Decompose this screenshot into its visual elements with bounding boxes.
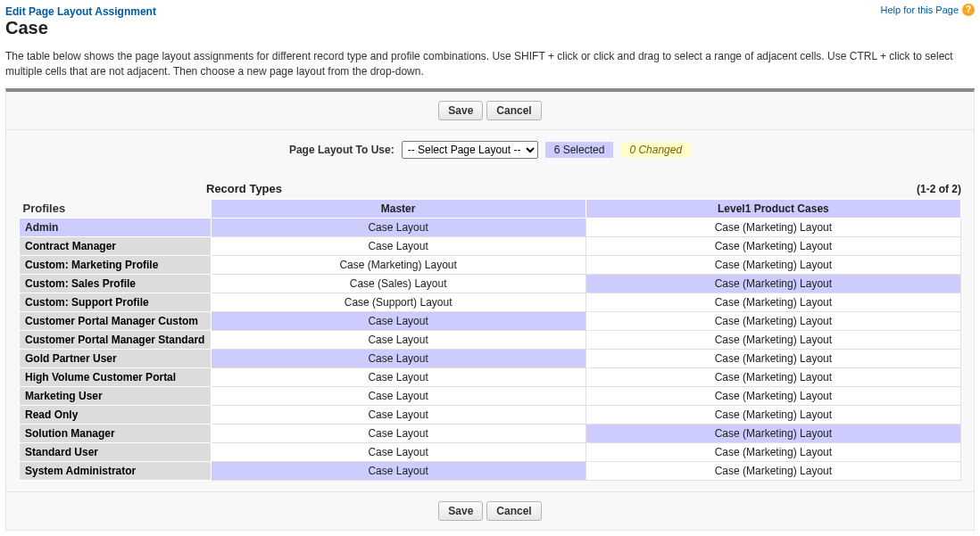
assignment-cell[interactable]: Case (Marketing) Layout: [586, 386, 960, 405]
table-row: Contract ManagerCase LayoutCase (Marketi…: [20, 236, 961, 255]
assignment-cell[interactable]: Case Layout: [211, 349, 586, 367]
profile-cell: Customer Portal Manager Custom: [20, 311, 212, 330]
layout-selector-row: Page Layout To Use: -- Select Page Layou…: [6, 130, 974, 171]
profile-cell: Marketing User: [20, 386, 212, 405]
page-title: Case: [5, 18, 156, 38]
assignment-cell[interactable]: Case (Support) Layout: [211, 293, 586, 311]
bottom-button-row: Save Cancel: [6, 491, 974, 530]
assignment-cell[interactable]: Case (Marketing) Layout: [586, 405, 960, 424]
breadcrumb: Edit Page Layout Assignment: [5, 5, 156, 18]
assignment-cell[interactable]: Case (Marketing) Layout: [586, 293, 960, 311]
page-description: The table below shows the page layout as…: [5, 49, 975, 79]
profiles-heading: Profiles: [20, 199, 212, 218]
profile-cell: Read Only: [20, 405, 212, 424]
layout-selector-label: Page Layout To Use:: [289, 144, 394, 156]
assignment-cell[interactable]: Case Layout: [211, 461, 586, 480]
cancel-button[interactable]: Cancel: [486, 101, 541, 120]
assignment-cell[interactable]: Case Layout: [211, 311, 586, 330]
profile-cell: Custom: Marketing Profile: [20, 255, 212, 274]
profile-cell: Admin: [20, 218, 212, 236]
table-row: High Volume Customer PortalCase LayoutCa…: [20, 367, 961, 386]
help-link-text: Help for this Page: [881, 4, 959, 15]
assignment-cell[interactable]: Case (Marketing) Layout: [586, 218, 960, 236]
table-row: Gold Partner UserCase LayoutCase (Market…: [20, 349, 961, 367]
assignment-cell[interactable]: Case (Marketing) Layout: [586, 424, 960, 442]
profile-cell: Gold Partner User: [20, 349, 212, 367]
record-types-heading: Record Types: [206, 182, 282, 195]
table-row: Customer Portal Manager CustomCase Layou…: [20, 311, 961, 330]
profile-cell: Solution Manager: [20, 424, 212, 442]
assignment-cell[interactable]: Case Layout: [211, 330, 586, 349]
save-button[interactable]: Save: [438, 101, 483, 120]
table-row: Custom: Marketing ProfileCase (Marketing…: [20, 255, 961, 274]
table-row: System AdministratorCase LayoutCase (Mar…: [20, 461, 961, 480]
assignment-cell[interactable]: Case (Marketing) Layout: [586, 274, 960, 293]
profile-cell: Custom: Sales Profile: [20, 274, 212, 293]
table-row: Custom: Sales ProfileCase (Sales) Layout…: [20, 274, 961, 293]
assignment-cell[interactable]: Case (Sales) Layout: [211, 274, 586, 293]
table-row: Marketing UserCase LayoutCase (Marketing…: [20, 386, 961, 405]
assignment-cell[interactable]: Case Layout: [211, 367, 586, 386]
assignment-cell[interactable]: Case Layout: [211, 405, 586, 424]
assignment-cell[interactable]: Case Layout: [211, 386, 586, 405]
assignment-cell[interactable]: Case (Marketing) Layout: [586, 255, 960, 274]
profile-cell: Standard User: [20, 442, 212, 461]
profile-cell: Customer Portal Manager Standard: [20, 330, 212, 349]
column-header: Level1 Product Cases: [586, 199, 960, 218]
assignment-cell[interactable]: Case (Marketing) Layout: [586, 349, 960, 367]
selected-count-badge: 6 Selected: [545, 142, 614, 158]
changed-count-badge: 0 Changed: [620, 142, 691, 158]
table-row: Standard UserCase LayoutCase (Marketing)…: [20, 442, 961, 461]
layout-select[interactable]: -- Select Page Layout --: [402, 141, 538, 159]
assignment-cell[interactable]: Case (Marketing) Layout: [211, 255, 586, 274]
profile-cell: Contract Manager: [20, 236, 212, 255]
assignment-cell[interactable]: Case Layout: [211, 218, 586, 236]
assignment-cell[interactable]: Case (Marketing) Layout: [586, 311, 960, 330]
assignment-cell[interactable]: Case Layout: [211, 442, 586, 461]
table-row: Custom: Support ProfileCase (Support) La…: [20, 293, 961, 311]
assignment-cell[interactable]: Case Layout: [211, 424, 586, 442]
table-row: Customer Portal Manager StandardCase Lay…: [20, 330, 961, 349]
column-header: Master: [211, 199, 586, 218]
table-row: Read OnlyCase LayoutCase (Marketing) Lay…: [20, 405, 961, 424]
top-button-row: Save Cancel: [6, 92, 974, 130]
save-button[interactable]: Save: [438, 501, 483, 521]
assignment-cell[interactable]: Case (Marketing) Layout: [586, 367, 960, 386]
profile-cell: Custom: Support Profile: [20, 293, 212, 311]
help-icon: ?: [962, 4, 975, 16]
assignment-cell[interactable]: Case (Marketing) Layout: [586, 330, 960, 349]
assignment-panel: Save Cancel Page Layout To Use: -- Selec…: [5, 88, 975, 531]
pager: (1-2 of 2): [917, 183, 961, 195]
assignment-cell[interactable]: Case (Marketing) Layout: [586, 461, 960, 480]
cancel-button[interactable]: Cancel: [486, 501, 541, 521]
assignment-cell[interactable]: Case (Marketing) Layout: [586, 236, 960, 255]
table-row: AdminCase LayoutCase (Marketing) Layout: [20, 218, 961, 236]
table-row: Solution ManagerCase LayoutCase (Marketi…: [20, 424, 961, 442]
assignment-cell[interactable]: Case (Marketing) Layout: [586, 442, 960, 461]
profile-cell: System Administrator: [20, 461, 212, 480]
profile-cell: High Volume Customer Portal: [20, 367, 212, 386]
help-link[interactable]: Help for this Page ?: [881, 4, 975, 16]
assignment-table: Profiles Master Level1 Product Cases Adm…: [19, 199, 961, 481]
assignment-cell[interactable]: Case Layout: [211, 236, 586, 255]
